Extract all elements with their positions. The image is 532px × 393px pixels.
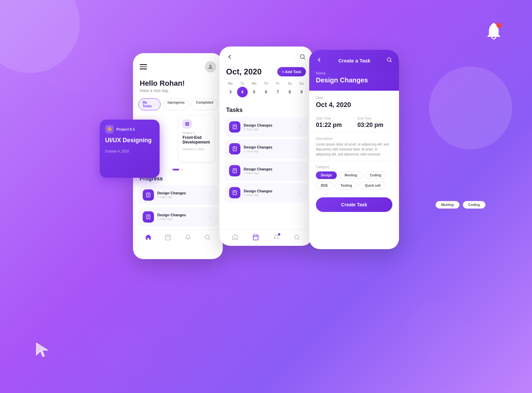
svg-rect-3 [188,122,189,124]
p3-search-icon[interactable] [386,57,392,64]
svg-rect-2 [186,122,187,124]
p2-nav-search[interactable] [294,234,300,241]
tag-testing[interactable]: Testing [335,182,357,189]
p3-back-arrow[interactable] [316,56,323,64]
svg-point-42 [295,235,299,239]
p2-tasks-title: Tasks [219,105,313,118]
p3-header-title: Create a Task [338,58,370,63]
p3-start-label: Start Time [316,117,351,120]
p3-description-section: Description Lorem ipsum dolor sit amet, … [309,133,399,161]
p2-task-3[interactable]: Design Changes 2 Days ago ⋮ [225,161,307,180]
greeting-title: Hello Rohan! [140,79,216,88]
p3-category-label: Category [316,165,392,169]
svg-point-44 [387,58,391,61]
nav-search[interactable] [204,234,211,241]
cal-day-5: Sa 8 [284,82,295,97]
tag-meeting[interactable]: Meeting [339,171,362,179]
search-icon[interactable] [299,53,306,61]
p3-date-label: Date [316,96,392,100]
task1-name: Design Changes [157,191,207,195]
p2-nav-calendar[interactable] [252,234,259,241]
p2-task-icon-3 [229,165,240,176]
tag-bde[interactable]: BDE [316,182,333,189]
task-icon-1 [143,189,154,201]
task-tabs: My Tasks Inprogress Completed [133,98,223,115]
p3-end-label: End Time [357,117,392,120]
p2-task-2[interactable]: Design Changes 2 Days ago ⋮ [225,140,307,158]
p3-desc-text: Lorem ipsum dolor sit amet, er adipiscin… [316,142,392,157]
create-task-button[interactable]: Create Task [316,197,392,212]
task-item-1[interactable]: Design Changes 2 Days ago ⋮ [138,186,217,204]
p3-tags: Design Meeting Coding BDE Testing Quick … [316,171,392,189]
back-arrow[interactable] [226,53,233,62]
svg-rect-18 [166,235,171,240]
nav-bell[interactable] [185,234,191,241]
phone-create-task: Create a Task Name Design Changes Date O… [309,50,399,249]
p3-category-section: Category Design Meeting Coding BDE Testi… [309,161,399,193]
tag-design[interactable]: Design [316,171,337,179]
phone2-header [219,47,313,66]
task1-menu[interactable]: ⋮ [207,192,213,198]
svg-rect-5 [188,124,189,126]
nav-home[interactable] [145,234,152,241]
tab-completed[interactable]: Completed [192,98,217,110]
svg-point-1 [209,65,211,67]
notification-bell[interactable] [482,20,505,43]
p3-start-time: Start Time 01:22 pm [316,117,351,129]
tab-my-tasks[interactable]: My Tasks [138,98,161,110]
svg-point-22 [205,235,209,239]
p3-name-value: Design Changes [316,76,392,84]
svg-line-23 [209,238,210,240]
phone1-bottom-nav [133,230,223,246]
greeting-subtitle: Have a nice day. [140,88,216,93]
p2-task-1[interactable]: Design Changes 2 Days ago ⋮ [225,118,307,136]
task-icon-2 [143,211,154,223]
add-task-button[interactable]: + Add Task [277,67,306,76]
extra-tag-coding[interactable]: Coding [463,201,485,209]
p3-desc-label: Description [316,137,392,141]
task2-name: Design Changes [157,213,207,217]
p2-task-icon-1 [229,121,240,133]
cal-day-1: Tu 4 [237,82,248,97]
p2-task-icon-4 [229,187,240,198]
project2-id: Project 1 [183,131,210,135]
avatar[interactable] [205,61,216,72]
svg-rect-4 [186,124,187,126]
floating-card-project-id: Project 0.1 [116,127,135,131]
phone2-bottom-nav [219,230,313,246]
tab-inprogress[interactable]: Inprogress [163,98,189,110]
p3-name-label: Name [316,71,392,75]
dot-active [173,169,179,170]
p2-nav-home[interactable] [232,234,238,241]
p2-task-4[interactable]: Design Changes 2 Days ago ⋮ [225,183,307,202]
task-item-2[interactable]: Design Changes 2 Days ago ⋮ [138,208,217,226]
p3-date-section: Date Oct 4, 2020 [309,91,399,113]
tag-coding[interactable]: Coding [365,171,386,179]
svg-point-24 [300,54,304,58]
svg-line-25 [304,58,305,59]
tag-quick-call[interactable]: Quick call [360,182,385,189]
hamburger-menu[interactable] [140,64,147,69]
p3-header: Create a Task [309,50,399,71]
project2-date: Octobar 4, 2020 [183,147,210,151]
cal-day-3: Th 6 [260,82,272,97]
p2-nav-notification[interactable] [273,234,280,241]
p3-end-value: 03:20 pm [357,122,392,129]
floating-card-title: UI/UX Designing [105,137,154,144]
p3-time-row: Start Time 01:22 pm End Time 03:20 pm [309,113,399,133]
cal-day-2: We 5 [248,82,260,97]
nav-calendar[interactable] [165,234,171,241]
phone1-header [133,53,223,76]
floating-project-card: 🎨 Project 0.1 UI/UX Designing Octobar 4,… [100,120,160,178]
cal-day-4: Fr 7 [272,82,284,97]
project-card-2[interactable]: Project 1 Front-EndDevelopement Octobar … [178,115,215,162]
dot-inactive [181,169,183,170]
task2-menu[interactable]: ⋮ [207,214,213,220]
svg-line-45 [390,61,391,62]
project2-title: Front-EndDevelopement [183,135,210,145]
p3-date-value: Oct 4, 2020 [316,101,392,109]
svg-rect-38 [253,235,258,240]
month-title: Oct, 2020 [226,67,262,76]
extra-tag-meeting[interactable]: Meeting [436,201,460,209]
greeting-section: Hello Rohan! Have a nice day. [133,76,223,98]
